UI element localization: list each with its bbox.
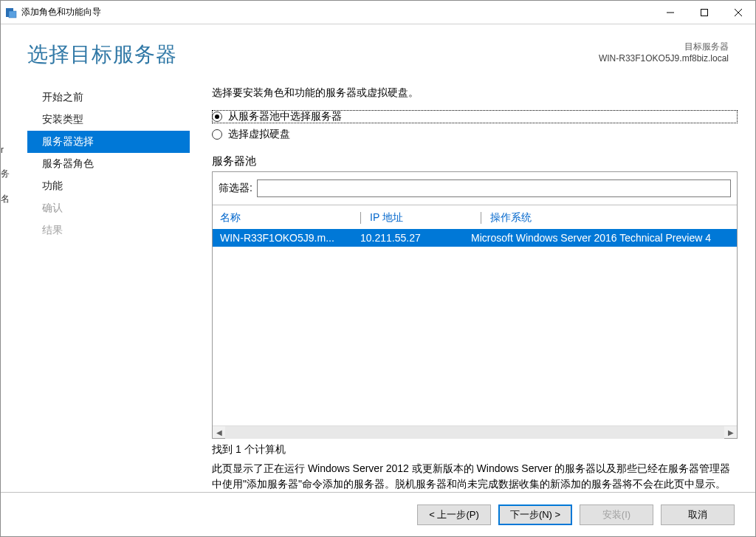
header: 选择目标服务器 目标服务器 WIN-R33F1OKO5J9.mf8biz.loc… [1,24,755,76]
filter-input[interactable] [257,179,731,197]
cell-name: WIN-R33F1OKO5J9.m... [220,232,360,244]
cell-os: Microsoft Windows Server 2016 Technical … [471,232,729,244]
install-button: 安装(I) [580,504,653,525]
content-pane: 选择要安装角色和功能的服务器或虚拟硬盘。 从服务器池中选择服务器 选择虚拟硬盘 … [190,76,755,492]
radio-select-vhd[interactable]: 选择虚拟硬盘 [212,128,738,141]
titlebar: 添加角色和功能向导 [1,1,755,24]
cancel-button[interactable]: 取消 [661,504,735,525]
window-title: 添加角色和功能向导 [21,6,101,18]
edge-stray-1: r [1,145,4,155]
minimize-button[interactable] [653,1,687,24]
sidebar-item-results: 结果 [27,219,190,242]
edge-stray-2: 务 [1,168,10,180]
svg-rect-1 [9,11,16,18]
svg-rect-3 [701,9,708,16]
sidebar: 开始之前 安装类型 服务器选择 服务器角色 功能 确认 结果 [27,76,190,492]
filter-label: 筛选器: [219,182,252,195]
instruction-text: 选择要安装角色和功能的服务器或虚拟硬盘。 [212,86,738,100]
edge-stray-3: 名 [1,193,10,205]
horizontal-scrollbar[interactable]: ◀ ▶ [213,425,737,438]
sidebar-item-before-you-begin[interactable]: 开始之前 [27,86,190,109]
radio-icon [212,112,222,122]
next-button[interactable]: 下一步(N) > [498,504,572,525]
destination-block: 目标服务器 WIN-R33F1OKO5J9.mf8biz.local [599,41,729,64]
target-radio-group: 从服务器池中选择服务器 选择虚拟硬盘 [212,110,738,141]
sidebar-item-server-roles[interactable]: 服务器角色 [27,153,190,175]
column-headers: 名称 IP 地址 操作系统 [213,205,737,229]
previous-button[interactable]: < 上一步(P) [417,504,491,525]
scroll-left-icon[interactable]: ◀ [213,426,225,439]
server-pool-label: 服务器池 [212,154,738,168]
radio-label: 从服务器池中选择服务器 [228,110,342,123]
page-title: 选择目标服务器 [27,41,177,69]
column-header-os[interactable]: 操作系统 [490,211,729,225]
wizard-window: r 务 名 添加角色和功能向导 选择目标服 [0,0,756,537]
server-pool-box: 筛选器: 名称 IP 地址 操作系统 WIN-R33F1OKO5J9.m... … [212,171,738,439]
server-rows: WIN-R33F1OKO5J9.m... 10.211.55.27 Micros… [213,229,737,425]
destination-label: 目标服务器 [599,41,729,53]
close-button[interactable] [721,1,755,24]
column-header-ip[interactable]: IP 地址 [370,211,481,225]
description-text: 此页显示了正在运行 Windows Server 2012 或更新版本的 Win… [212,461,738,492]
sidebar-item-confirmation: 确认 [27,197,190,219]
scroll-track[interactable] [225,426,724,439]
table-row[interactable]: WIN-R33F1OKO5J9.m... 10.211.55.27 Micros… [213,229,737,247]
sidebar-item-features[interactable]: 功能 [27,175,190,197]
column-header-name[interactable]: 名称 [220,211,360,225]
radio-select-from-pool[interactable]: 从服务器池中选择服务器 [212,110,738,123]
destination-host: WIN-R33F1OKO5J9.mf8biz.local [599,53,729,64]
sidebar-item-server-selection[interactable]: 服务器选择 [27,131,190,153]
footer: < 上一步(P) 下一步(N) > 安装(I) 取消 [1,492,755,536]
scroll-right-icon[interactable]: ▶ [724,426,737,439]
maximize-button[interactable] [687,1,721,24]
radio-label: 选择虚拟硬盘 [228,128,290,141]
found-count: 找到 1 个计算机 [212,443,738,456]
app-icon [5,7,17,18]
sidebar-item-installation-type[interactable]: 安装类型 [27,109,190,131]
cell-ip: 10.211.55.27 [360,232,471,244]
radio-icon [212,129,222,140]
